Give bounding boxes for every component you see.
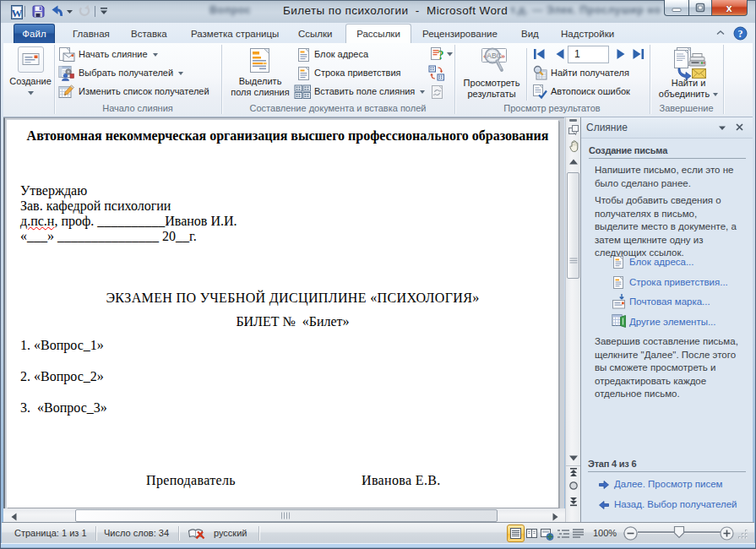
svg-text:?: ? <box>738 28 743 40</box>
svg-text:x: x <box>726 3 732 14</box>
